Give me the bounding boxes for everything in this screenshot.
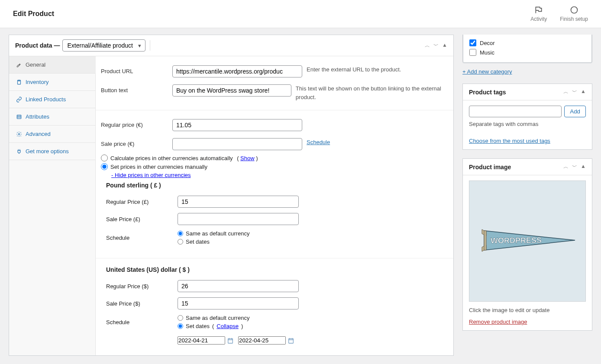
gbp-schedule-label: Schedule [106, 235, 178, 241]
gbp-same-default-radio[interactable] [178, 231, 183, 236]
usd-collapse-link[interactable]: Collapse [216, 323, 239, 329]
tab-advanced[interactable]: Advanced [9, 126, 95, 143]
flag-icon [534, 6, 543, 14]
calendar-icon[interactable] [288, 337, 294, 344]
page-title: Edit Product [13, 10, 530, 18]
svg-point-3 [18, 133, 20, 135]
usd-date-to-input[interactable] [238, 336, 286, 345]
gear-icon [16, 131, 22, 137]
button-text-input[interactable] [172, 84, 291, 97]
schedule-link[interactable]: Schedule [307, 139, 330, 145]
tab-inventory[interactable]: Inventory [9, 74, 95, 91]
set-manual-radio[interactable] [101, 163, 108, 170]
product-tags-title: Product tags [469, 89, 563, 96]
collapse-icon[interactable]: ▲ [442, 42, 447, 49]
product-image-preview[interactable]: WORDPRESS [469, 180, 586, 302]
gbp-set-dates-radio[interactable] [178, 239, 183, 245]
category-decor-label: Decor [480, 40, 495, 46]
move-down-icon[interactable]: ﹀ [433, 42, 439, 49]
sale-price-input[interactable] [172, 138, 302, 150]
calendar-icon[interactable] [227, 337, 234, 344]
category-music-checkbox[interactable] [469, 49, 476, 56]
tab-get-more[interactable]: Get more options [9, 143, 95, 160]
product-url-input[interactable] [172, 65, 302, 77]
move-down-icon[interactable]: ﹀ [572, 88, 577, 96]
finish-setup-button[interactable]: Finish setup [560, 6, 588, 22]
svg-rect-7 [484, 231, 486, 250]
tab-attributes[interactable]: Attributes [9, 108, 95, 126]
clipboard-icon [16, 79, 22, 85]
calc-auto-radio[interactable] [101, 155, 108, 161]
product-type-select[interactable]: External/Affiliate product [62, 39, 145, 52]
circle-icon [570, 6, 578, 14]
product-data-box: Product data — External/Affiliate produc… [9, 35, 454, 356]
add-tag-button[interactable]: Add [564, 106, 586, 117]
hide-prices-link[interactable]: - Hide prices in other currencies [111, 172, 191, 178]
category-music-label: Music [480, 49, 494, 56]
move-up-icon[interactable]: ︿ [563, 163, 569, 171]
product-image-box: Product image ︿ ﹀ ▲ WORDPRESS [462, 158, 592, 331]
move-up-icon[interactable]: ︿ [425, 42, 430, 49]
usd-schedule-label: Schedule [106, 319, 178, 325]
product-url-label: Product URL [101, 65, 172, 74]
move-down-icon[interactable]: ﹀ [572, 163, 577, 171]
tag-separate-hint: Separate tags with commas [469, 121, 586, 127]
regular-price-label: Regular price (€) [101, 119, 172, 128]
gbp-title: Pound sterling ( £ ) [106, 179, 448, 193]
svg-rect-5 [289, 338, 294, 343]
tab-linked-products[interactable]: Linked Products [9, 91, 95, 108]
tag-input[interactable] [469, 106, 562, 117]
svg-text:WORDPRESS: WORDPRESS [491, 236, 542, 245]
plugin-icon [16, 148, 22, 155]
usd-reg-price-label: Regular Price ($) [106, 283, 178, 290]
sale-price-label: Sale price (€) [101, 138, 172, 147]
usd-sale-price-input[interactable] [178, 297, 299, 309]
tab-general[interactable]: General [9, 56, 96, 74]
set-manual-label: Set prices in other currencies manually [110, 164, 207, 170]
calc-auto-label: Calculate prices in other currencies aut… [110, 155, 233, 161]
usd-same-default-radio[interactable] [178, 315, 183, 321]
list-icon [16, 114, 22, 120]
choose-used-tags-link[interactable]: Choose from the most used tags [469, 138, 550, 144]
usd-set-dates-radio[interactable] [178, 323, 183, 329]
gbp-sale-price-input[interactable] [178, 213, 299, 225]
regular-price-input[interactable] [172, 119, 302, 131]
collapse-icon[interactable]: ▲ [581, 163, 586, 171]
svg-rect-4 [228, 338, 233, 343]
gbp-reg-price-label: Regular Price (£) [106, 199, 178, 205]
product-tags-box: Product tags ︿ ﹀ ▲ Add Separate tags wit… [462, 84, 592, 150]
pennant-illustration: WORDPRESS [478, 224, 577, 258]
button-text-label: Button text [101, 84, 172, 93]
usd-date-from-input[interactable] [178, 336, 225, 345]
gbp-sale-price-label: Sale Price (£) [106, 216, 178, 222]
remove-product-image-link[interactable]: Remove product image [469, 319, 527, 325]
image-click-hint: Click the image to edit or update [469, 307, 586, 313]
category-decor-checkbox[interactable] [469, 39, 476, 46]
product-url-help: Enter the external URL to the product. [307, 65, 401, 74]
wrench-icon [16, 62, 22, 68]
usd-sale-price-label: Sale Price ($) [106, 300, 178, 307]
product-data-tabs: General Inventory Linked Products Attrib… [9, 56, 96, 355]
usd-reg-price-input[interactable] [178, 280, 299, 292]
product-image-title: Product image [469, 164, 563, 171]
activity-button[interactable]: Activity [530, 6, 547, 22]
product-data-header-label: Product data — [15, 42, 60, 49]
add-new-category-link[interactable]: + Add new category [462, 68, 512, 75]
collapse-icon[interactable]: ▲ [581, 88, 586, 96]
gbp-reg-price-input[interactable] [178, 196, 299, 208]
show-link[interactable]: Show [240, 155, 255, 161]
usd-title: United States (US) dollar ( $ ) [106, 264, 448, 277]
button-text-help: This text will be shown on the button li… [296, 84, 448, 101]
link-icon [16, 97, 22, 103]
svg-point-0 [571, 7, 577, 13]
move-up-icon[interactable]: ︿ [563, 88, 569, 96]
